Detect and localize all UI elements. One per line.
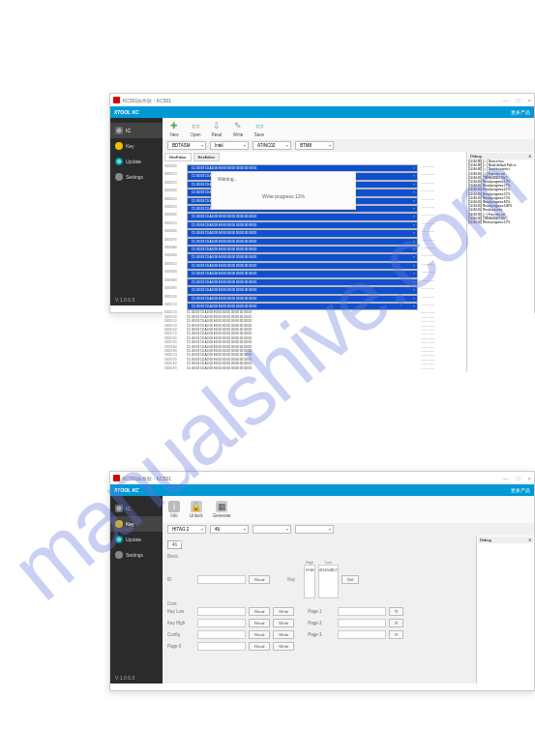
read-button[interactable]: Read — [249, 607, 270, 616]
keylow-input[interactable] — [197, 607, 246, 616]
r-button[interactable]: R — [389, 607, 403, 616]
config-input[interactable] — [197, 630, 246, 639]
write-button[interactable]: ✎Write — [232, 120, 244, 137]
sidebar-item-settings[interactable]: Settings — [110, 547, 163, 563]
chip-tab[interactable]: 46 — [167, 540, 182, 549]
hex-row: 0000060C5 00 03 C0 A0 00 E0 00 00 00 00 … — [164, 213, 464, 220]
sidebar-item-settings[interactable]: Settings — [110, 169, 163, 185]
page2-input[interactable] — [338, 619, 386, 627]
write-button[interactable]: Write — [273, 642, 294, 651]
tool-label: Info — [170, 513, 178, 518]
close-button[interactable]: × — [527, 476, 531, 481]
close-button[interactable]: × — [527, 98, 531, 103]
sidebar-item-label: IC — [126, 128, 131, 133]
progress-text: Write progress:12% — [262, 193, 305, 199]
select-chip-4[interactable]: BTM8 — [295, 141, 334, 150]
select-transponder-1[interactable]: HITAG 2 — [167, 525, 206, 534]
select-chip-2[interactable]: Intel — [210, 141, 249, 150]
read-button[interactable]: Read — [249, 575, 270, 584]
sidebar-item-label: IC — [126, 506, 131, 511]
write-button[interactable]: Write — [273, 619, 294, 627]
maximize-button[interactable]: □ — [517, 98, 520, 103]
sidebar-item-update[interactable]: Update — [110, 532, 163, 547]
read-button[interactable]: Read — [249, 642, 270, 651]
more-products-link[interactable]: 更多产品 — [511, 488, 530, 493]
version-label: V 1.0.0.3 — [110, 672, 163, 683]
settings-icon — [115, 551, 123, 559]
sidebar-item-label: Update — [126, 159, 141, 164]
new-button[interactable]: ✚New — [168, 120, 180, 137]
sidebar-item-key[interactable]: Key — [110, 138, 163, 154]
titlebar: KC501操作软 - KC501 — □ × — [110, 472, 534, 484]
app-window-2: KC501操作软 - KC501 — □ × XTOOL KC 更多产品 IC … — [109, 471, 535, 691]
minimize-button[interactable]: — — [503, 476, 509, 481]
write-button[interactable]: Write — [273, 630, 294, 639]
r-button[interactable]: R — [389, 619, 403, 627]
page0-input[interactable] — [197, 642, 246, 651]
tool-label: Read — [212, 132, 223, 137]
config-label: Config — [167, 632, 194, 637]
hex-tab-other[interactable]: HexEditor — [193, 153, 221, 161]
def-button[interactable]: Def — [342, 575, 360, 584]
hex-row: 0000080C5 00 03 C0 A0 00 E0 00 00 00 00 … — [164, 229, 464, 237]
id-input[interactable] — [197, 575, 246, 584]
hex-tab-editor[interactable]: HexEditor — [164, 153, 192, 161]
debug-header: Debug✕ — [468, 153, 533, 160]
brand-bar: XTOOL KC 更多产品 — [110, 484, 534, 496]
keyhigh-input[interactable] — [197, 619, 246, 627]
page1-input[interactable] — [338, 607, 386, 616]
save-button[interactable]: ▭Save — [253, 120, 265, 137]
key-form-pane: 46 Basic ID Read Key High1F4E Low4D494B5… — [163, 536, 476, 683]
hex-editor-pane: HexEditor HexEditor 0000000C5 00 03 C0 A… — [163, 152, 466, 372]
sidebar-item-ic[interactable]: IC — [110, 123, 163, 138]
write-icon: ✎ — [232, 120, 244, 131]
unlock-button[interactable]: 🔓Unlock — [190, 501, 203, 518]
write-button[interactable]: Write — [273, 607, 294, 616]
sidebar-item-key[interactable]: Key — [110, 516, 163, 532]
read-button[interactable]: Read — [249, 619, 270, 627]
open-icon: ▭ — [190, 120, 201, 131]
titlebar: KC501操作软 - KC501 — □ × — [110, 94, 534, 106]
read-button[interactable]: Read — [249, 630, 270, 639]
toolbar: ✚New ▭Open ⇩Read ✎Write ▭Save — [163, 118, 534, 139]
select-chip-1[interactable]: BDTASM — [167, 141, 206, 150]
app-icon — [113, 97, 120, 103]
sidebar-item-update[interactable]: Update — [110, 154, 163, 169]
select-transponder-3[interactable] — [253, 525, 291, 534]
read-button[interactable]: ⇩Read — [211, 120, 223, 137]
ic-icon — [115, 127, 123, 134]
hex-row: 00000D0C5 00 03 C0 A0 00 E0 00 00 00 00 … — [164, 270, 464, 277]
brand-logo: XTOOL KC — [114, 109, 139, 115]
main-pane: iInfo 🔓Unlock ▦Generate HITAG 2 46 46 Ba… — [163, 496, 534, 683]
page1-label: Page 1 — [308, 609, 335, 614]
debug-header: Debug✕ — [478, 537, 533, 543]
more-products-link[interactable]: 更多产品 — [511, 110, 530, 115]
info-button[interactable]: iInfo — [168, 501, 180, 518]
window-title: KC501操作软 - KC501 — [123, 476, 171, 481]
sidebar-item-ic[interactable]: IC — [110, 501, 163, 516]
close-icon[interactable]: ✕ — [528, 538, 531, 542]
hex-row: 0000090C5 00 03 C0 A0 00 E0 00 00 00 00 … — [164, 238, 464, 246]
brand-bar: XTOOL KC 更多产品 — [110, 106, 534, 118]
version-label: V 1.0.0.3 — [110, 294, 163, 305]
generate-button[interactable]: ▦Generate — [213, 501, 231, 518]
open-button[interactable]: ▭Open — [190, 120, 201, 137]
hex-row: 00000E0C5 00 03 C0 A0 00 E0 00 00 00 00 … — [164, 278, 464, 286]
hex-row: 00000A0C5 00 03 C0 A0 00 E0 00 00 00 00 … — [164, 246, 464, 253]
window-controls: — □ × — [503, 98, 531, 103]
minimize-button[interactable]: — — [503, 98, 509, 103]
key-label: Key — [287, 577, 301, 582]
page3-input[interactable] — [338, 630, 386, 639]
tool-label: Unlock — [190, 513, 203, 518]
select-chip-3[interactable]: ATINC02 — [253, 141, 291, 150]
key-high-input[interactable]: 1F4E — [304, 565, 315, 598]
close-icon[interactable]: ✕ — [528, 154, 531, 159]
r-button[interactable]: R — [389, 630, 403, 639]
select-transponder-4[interactable] — [295, 525, 334, 534]
maximize-button[interactable]: □ — [517, 476, 520, 481]
settings-icon — [115, 173, 123, 181]
tool-label: Open — [190, 132, 200, 137]
app-icon — [113, 475, 120, 481]
key-low-input[interactable]: 4D494B52 — [318, 565, 339, 598]
select-transponder-2[interactable]: 46 — [210, 525, 249, 534]
